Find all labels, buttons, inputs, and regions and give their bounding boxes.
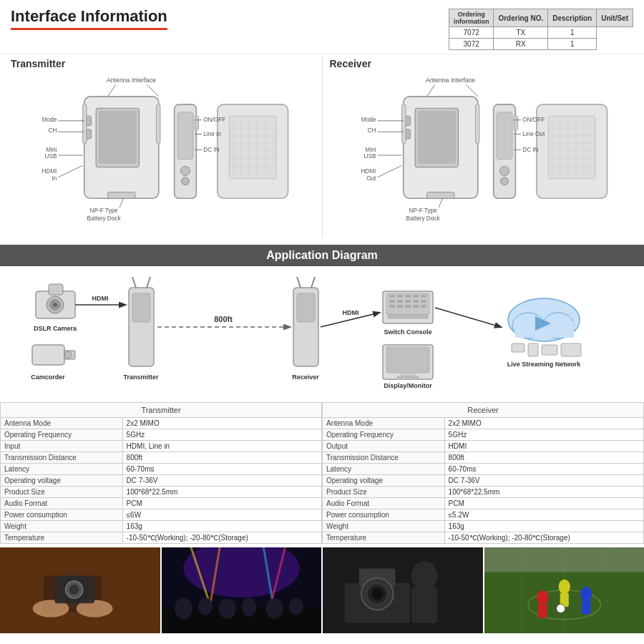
svg-rect-128 bbox=[413, 295, 419, 298]
svg-rect-137 bbox=[405, 305, 411, 308]
svg-text:Live Streaming Network: Live Streaming Network bbox=[507, 361, 582, 368]
svg-rect-102 bbox=[32, 345, 64, 365]
spec-value: 5GHz bbox=[122, 429, 321, 441]
svg-rect-125 bbox=[389, 295, 395, 298]
svg-text:Mini: Mini bbox=[365, 147, 376, 153]
svg-rect-12 bbox=[177, 112, 193, 160]
spec-value: HDMI, Line in bbox=[122, 441, 321, 452]
svg-text:Mode: Mode bbox=[361, 117, 376, 123]
spec-value: -10-50℃(Working); -20-80℃(Storage) bbox=[122, 532, 321, 544]
svg-text:NP-F Type: NP-F Type bbox=[90, 208, 118, 214]
table-row: Product Size100*68*22.5mm bbox=[1, 487, 322, 498]
svg-rect-143 bbox=[401, 373, 415, 376]
svg-text:Battery Dock: Battery Dock bbox=[406, 215, 440, 222]
svg-point-194 bbox=[558, 580, 570, 594]
svg-line-110 bbox=[132, 277, 136, 288]
svg-text:Mini: Mini bbox=[46, 147, 57, 153]
svg-line-38 bbox=[59, 165, 83, 177]
svg-text:Mode: Mode bbox=[42, 117, 57, 123]
table-row: Weight163g bbox=[323, 521, 644, 532]
svg-point-172 bbox=[175, 597, 192, 619]
table-row: OutputHDMI bbox=[323, 441, 644, 452]
svg-text:ON/OFF: ON/OFF bbox=[522, 117, 545, 123]
svg-rect-138 bbox=[413, 305, 419, 308]
spec-value: HDMI bbox=[444, 441, 643, 452]
photo-0 bbox=[0, 547, 160, 633]
svg-line-117 bbox=[297, 277, 301, 288]
spec-label: Power consumption bbox=[323, 509, 445, 521]
svg-text:Display/Monitor: Display/Monitor bbox=[384, 382, 432, 389]
svg-rect-131 bbox=[397, 300, 403, 303]
svg-point-184 bbox=[411, 561, 438, 590]
spec-value: 60-70ms bbox=[444, 464, 643, 475]
spec-label: Weight bbox=[1, 521, 123, 532]
svg-text:Line In: Line In bbox=[203, 131, 221, 137]
svg-rect-153 bbox=[528, 343, 538, 356]
svg-point-164 bbox=[69, 585, 79, 595]
svg-point-177 bbox=[288, 597, 303, 615]
svg-point-13 bbox=[180, 166, 190, 175]
svg-text:DC IN: DC IN bbox=[203, 147, 219, 153]
spec-label: Latency bbox=[1, 464, 123, 475]
svg-rect-109 bbox=[132, 293, 150, 322]
svg-line-47 bbox=[119, 198, 123, 208]
svg-line-86 bbox=[377, 165, 401, 177]
spec-value: 2x2 MIMO bbox=[122, 418, 321, 429]
svg-text:USB: USB bbox=[364, 153, 376, 160]
photo-3 bbox=[484, 547, 645, 633]
svg-text:USB: USB bbox=[45, 153, 57, 160]
svg-text:Switch Console: Switch Console bbox=[384, 328, 431, 336]
svg-rect-144 bbox=[397, 376, 419, 379]
svg-rect-136 bbox=[397, 305, 403, 308]
svg-text:Battery Dock: Battery Dock bbox=[87, 215, 122, 222]
spec-value: DC 7-36V bbox=[444, 475, 643, 487]
spec-label: Temperature bbox=[323, 532, 445, 544]
receiver-block: Receiver Antenna Interface bbox=[330, 58, 634, 238]
spec-value: 163g bbox=[122, 521, 321, 532]
spec-value: 800ft bbox=[444, 452, 643, 464]
photo-2 bbox=[323, 547, 483, 633]
spec-value: 2x2 MIMO bbox=[444, 418, 643, 429]
svg-rect-10 bbox=[156, 104, 160, 144]
svg-line-49 bbox=[426, 84, 434, 96]
svg-text:800ft: 800ft bbox=[214, 315, 233, 323]
svg-rect-154 bbox=[542, 345, 557, 355]
svg-point-176 bbox=[265, 598, 283, 618]
svg-rect-133 bbox=[413, 300, 419, 303]
rx-specs: Receiver Antenna Mode2x2 MIMOOperating F… bbox=[322, 402, 644, 544]
svg-rect-191 bbox=[538, 603, 547, 618]
svg-point-173 bbox=[197, 597, 212, 615]
svg-rect-193 bbox=[582, 600, 590, 614]
svg-line-1 bbox=[108, 84, 116, 96]
spec-label: Antenna Mode bbox=[323, 418, 445, 429]
spec-value: DC 7-36V bbox=[122, 475, 321, 487]
svg-rect-15 bbox=[195, 116, 198, 130]
table-row: Product Size100*68*22.5mm bbox=[323, 487, 644, 498]
svg-text:HDMI: HDMI bbox=[92, 295, 109, 302]
svg-text:Out: Out bbox=[366, 175, 376, 182]
table-row: Operating voltageDC 7-36V bbox=[1, 475, 322, 487]
svg-text:CH: CH bbox=[49, 127, 57, 134]
svg-rect-132 bbox=[405, 300, 411, 303]
spec-label: Audio Format bbox=[1, 498, 123, 509]
svg-rect-142 bbox=[386, 347, 429, 373]
tx-table-header: Transmitter bbox=[1, 403, 322, 418]
svg-rect-135 bbox=[389, 305, 395, 308]
svg-point-183 bbox=[371, 588, 383, 600]
spec-label: Operating voltage bbox=[1, 475, 123, 487]
svg-rect-8 bbox=[108, 192, 135, 198]
spec-label: Operating voltage bbox=[323, 475, 445, 487]
table-row: Audio FormatPCM bbox=[1, 498, 322, 509]
receiver-title: Receiver bbox=[330, 58, 634, 69]
diagram-divider bbox=[322, 58, 323, 238]
table-row: Antenna Mode2x2 MIMO bbox=[1, 418, 322, 429]
ordering-cell: 1 bbox=[548, 27, 597, 39]
svg-rect-53 bbox=[417, 111, 456, 164]
spec-label: Temperature bbox=[1, 532, 123, 544]
spec-label: Weight bbox=[323, 521, 445, 532]
spec-label: Power consumption bbox=[1, 509, 123, 521]
svg-rect-65 bbox=[548, 116, 595, 179]
table-row: Operating voltageDC 7-36V bbox=[323, 475, 644, 487]
svg-line-95 bbox=[439, 198, 442, 208]
receiver-svg: Antenna Interface bbox=[330, 73, 634, 238]
